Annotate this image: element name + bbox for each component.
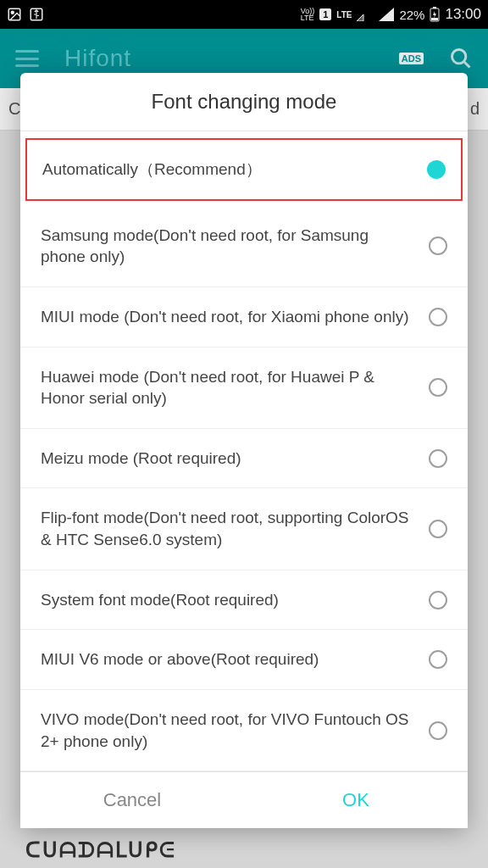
options-list: Automatically（Recommend）Samsung mode(Don… <box>20 131 468 771</box>
option-row[interactable]: MIUI V6 mode or above(Root required) <box>20 630 468 690</box>
option-label: Meizu mode (Root required) <box>41 448 429 470</box>
option-label: Huawei mode (Don't need root, for Huawei… <box>41 366 429 409</box>
radio-icon[interactable] <box>429 650 447 669</box>
radio-icon[interactable] <box>429 520 447 538</box>
ok-button[interactable]: OK <box>244 772 468 828</box>
option-row[interactable]: System font mode(Root required) <box>20 570 468 631</box>
dialog-title: Font changing mode <box>20 73 468 131</box>
option-label: MIUI V6 mode or above(Root required) <box>41 648 429 670</box>
dialog-overlay: Font changing mode Automatically（Recomme… <box>0 0 488 868</box>
radio-icon[interactable] <box>429 236 447 255</box>
option-label: Samsung mode(Don't need root, for Samsun… <box>41 225 429 268</box>
option-label: VIVO mode(Don't need root, for VIVO Funt… <box>41 709 429 752</box>
option-label: System font mode(Root required) <box>41 589 429 611</box>
option-label: MIUI mode (Don't need root, for Xiaomi p… <box>41 306 429 328</box>
option-row[interactable]: VIVO mode(Don't need root, for VIVO Funt… <box>20 690 468 771</box>
option-row[interactable]: Samsung mode(Don't need root, for Samsun… <box>20 206 468 287</box>
option-row[interactable]: MIUI mode (Don't need root, for Xiaomi p… <box>20 287 468 348</box>
radio-icon[interactable] <box>429 449 447 468</box>
option-row[interactable]: Automatically（Recommend） <box>25 138 463 201</box>
cancel-button[interactable]: Cancel <box>20 772 244 828</box>
radio-icon[interactable] <box>429 721 447 740</box>
option-row[interactable]: Flip-font mode(Don't need root, supporti… <box>20 488 468 570</box>
radio-icon[interactable] <box>427 160 446 179</box>
option-row[interactable]: Meizu mode (Root required) <box>20 429 468 489</box>
option-row[interactable]: Huawei mode (Don't need root, for Huawei… <box>20 348 468 429</box>
radio-icon[interactable] <box>429 378 447 397</box>
option-label: Automatically（Recommend） <box>42 159 427 181</box>
dialog-actions: Cancel OK <box>20 771 468 828</box>
option-label: Flip-font mode(Don't need root, supporti… <box>41 507 429 550</box>
font-mode-dialog: Font changing mode Automatically（Recomme… <box>20 73 468 828</box>
radio-icon[interactable] <box>429 308 447 326</box>
radio-icon[interactable] <box>429 591 447 609</box>
